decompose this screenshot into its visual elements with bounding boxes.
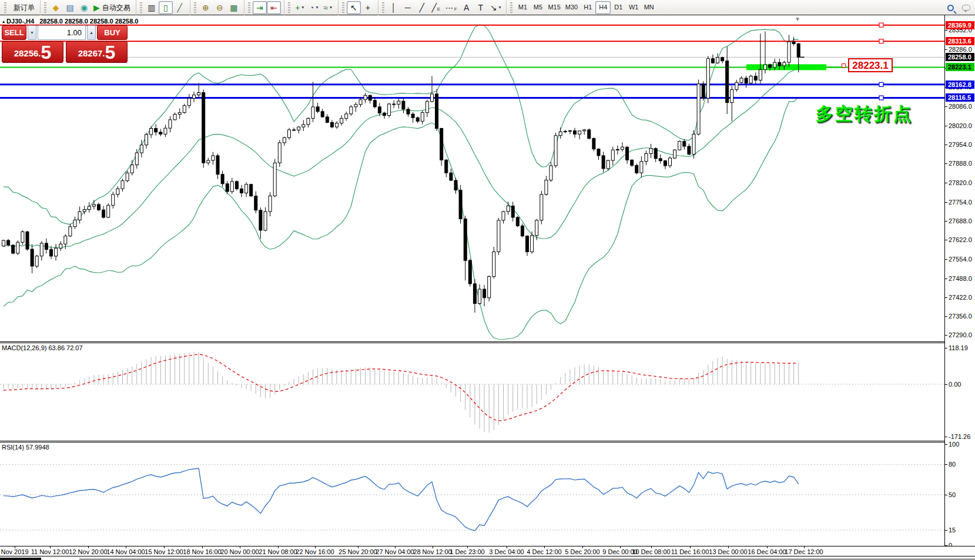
tile-windows-icon[interactable]: ▦ <box>227 1 241 14</box>
search-icon[interactable] <box>947 5 954 11</box>
scrollbar-thumb[interactable] <box>0 558 41 560</box>
toolbar-grip[interactable] <box>342 2 344 13</box>
toolbar-grip[interactable] <box>44 2 46 13</box>
price-axis[interactable]: 28352.028286.028220.028154.028086.028020… <box>945 15 975 556</box>
toolbar-grip[interactable] <box>510 2 512 13</box>
time-tick-label: 22 Nov 16:00 <box>296 548 334 555</box>
toolbar-grip[interactable] <box>288 2 290 13</box>
horizontal-line-icon: ─ <box>405 4 411 12</box>
volume-input[interactable]: 1.00 <box>38 25 86 40</box>
period-clock-icon-dropdown[interactable]: ▾ <box>316 5 319 10</box>
new-chart-icon: + <box>295 4 300 12</box>
trendline-icon[interactable]: ╱ <box>415 1 429 14</box>
crosshair-icon[interactable]: + <box>361 1 375 14</box>
styles-icon[interactable]: ◆ <box>49 1 63 14</box>
period-clock-icon[interactable]: ◔▾ <box>307 1 321 14</box>
timeframe-m5-button[interactable]: M5 <box>530 1 545 14</box>
chart-symbol-title: ▴ DJ30-,H4 28258.0 28258.0 28258.0 28258… <box>2 18 138 25</box>
time-tick-label: 4 Dec 12:00 <box>527 548 561 555</box>
horizontal-line-icon[interactable]: ─ <box>401 1 415 14</box>
volume-increase-button[interactable]: ▲ <box>87 25 96 40</box>
time-tick-label: 14 Nov 04:00 <box>106 548 145 555</box>
equidistant-channel-icon[interactable]: ╱E <box>429 1 443 14</box>
timeframe-h1-button[interactable]: H1 <box>580 1 595 14</box>
new-order-button[interactable]: 新订单 <box>9 1 37 14</box>
new-chart-icon[interactable]: +▾ <box>293 1 307 14</box>
bar-chart-icon[interactable]: ▥ <box>145 1 159 14</box>
indicator-window-icon[interactable]: ≈▾ <box>321 1 335 14</box>
timeframe-d1-button[interactable]: D1 <box>611 1 626 14</box>
toolbar-grip[interactable] <box>382 2 384 13</box>
line-chart-icon[interactable]: ╱ <box>173 1 187 14</box>
timeframe-h4-button[interactable]: H4 <box>595 1 611 14</box>
timeframe-m1-button[interactable]: M1 <box>515 1 530 14</box>
chart-shift-icon[interactable]: ⇤ <box>267 1 281 14</box>
price-tickmark <box>945 259 947 260</box>
sell-button[interactable]: SELL <box>2 25 26 40</box>
price-level-badge: 28258.0 <box>946 53 974 61</box>
timeframe-mn-button[interactable]: MN <box>641 1 656 14</box>
time-tick-label: 27 Nov 04:00 <box>376 548 414 555</box>
arrows-tool-icon-dropdown[interactable]: ▾ <box>498 5 501 10</box>
one-click-trading-panel: SELL ▼ 1.00 ▲ BUY 28256.5 28267.5 <box>2 25 128 63</box>
time-tick-label: 13 Dec 00:00 <box>709 548 747 555</box>
symbol-marker-icon: ▴ <box>2 19 5 24</box>
time-tick-label: 12 Nov 20:00 <box>69 548 107 555</box>
price-callout-label[interactable]: 28223.1 <box>848 58 893 72</box>
horizontal-scrollbar[interactable] <box>0 556 975 560</box>
macd-plot <box>0 343 944 441</box>
new-chart-icon-dropdown[interactable]: ▾ <box>301 5 304 10</box>
label-icon[interactable]: T <box>474 1 488 14</box>
price-tick-label: 27554.0 <box>949 256 974 263</box>
styles-icon: ◆ <box>53 4 59 12</box>
price-tickmark <box>945 348 947 348</box>
price-callout-handle[interactable] <box>842 63 846 68</box>
chat-icon[interactable] <box>962 5 970 11</box>
time-tick-label: Nov 2019 <box>1 548 28 555</box>
fibonacci-icon[interactable]: ⋯F <box>443 1 460 14</box>
timeframe-m15-button[interactable]: M15 <box>545 1 562 14</box>
indicator-window-icon-dropdown[interactable]: ▾ <box>330 5 332 10</box>
time-tick-label: 28 Nov 12:00 <box>413 548 451 555</box>
sell-price-main: 28256. <box>14 46 41 61</box>
main-price-plot <box>0 15 944 341</box>
toolbar-grip[interactable] <box>140 2 142 13</box>
symbol-period-label: DJ30-,H4 <box>6 18 34 25</box>
trendline-icon: ╱ <box>420 4 424 12</box>
macd-axis-label: -171.26 <box>949 433 974 440</box>
arrows-tool-icon[interactable]: ↘▾ <box>488 1 504 14</box>
sell-price-display[interactable]: 28256.5 <box>2 41 63 63</box>
time-tick-label: 15 Nov 12:00 <box>145 548 183 555</box>
price-level-badge: 28313.6 <box>946 37 974 45</box>
chinese-annotation: 多空转折点 <box>816 102 913 126</box>
toolbar-grip[interactable] <box>4 2 6 13</box>
chart-shift-marker-icon[interactable]: ▼ <box>795 16 800 22</box>
timeframe-w1-button[interactable]: W1 <box>626 1 641 14</box>
toolbar-grip[interactable] <box>248 2 250 13</box>
candlestick-chart-icon[interactable]: ▯ <box>159 1 173 14</box>
timeframe-m30-button[interactable]: M30 <box>563 1 580 14</box>
price-tick-label: 27820.0 <box>949 179 974 186</box>
price-tickmark <box>945 183 947 183</box>
toolbar-grip[interactable] <box>194 2 196 13</box>
price-tick-label: 27688.0 <box>949 217 974 224</box>
auto-scroll-icon[interactable]: ⇥ <box>253 1 267 14</box>
zoom-in-icon[interactable]: ⊕ <box>199 1 213 14</box>
text-icon[interactable]: A <box>460 1 474 14</box>
buy-price-display[interactable]: 28267.5 <box>66 41 128 63</box>
price-level-badge: 28369.9 <box>946 21 974 29</box>
cursor-icon[interactable]: ↖ <box>347 1 361 14</box>
time-axis[interactable]: Nov 201911 Nov 12:0012 Nov 20:0014 Nov 0… <box>0 546 975 556</box>
time-tick-label: 10 Dec 08:00 <box>632 548 670 555</box>
zoom-out-icon[interactable]: ⊖ <box>213 1 227 14</box>
autotrading-button[interactable]: ▶自动交易 <box>91 1 133 14</box>
volume-decrease-button[interactable]: ▼ <box>28 25 36 40</box>
price-tick-label: 27622.0 <box>949 236 974 243</box>
time-tick-label: 5 Dec 20:00 <box>565 548 599 555</box>
buy-button[interactable]: BUY <box>97 25 128 40</box>
vertical-line-icon[interactable]: │ <box>387 1 401 14</box>
price-tickmark <box>945 530 947 531</box>
signals-icon[interactable]: ◉ <box>77 1 91 14</box>
profiles-icon[interactable]: ▤ <box>63 1 77 14</box>
price-tickmark <box>945 240 947 240</box>
